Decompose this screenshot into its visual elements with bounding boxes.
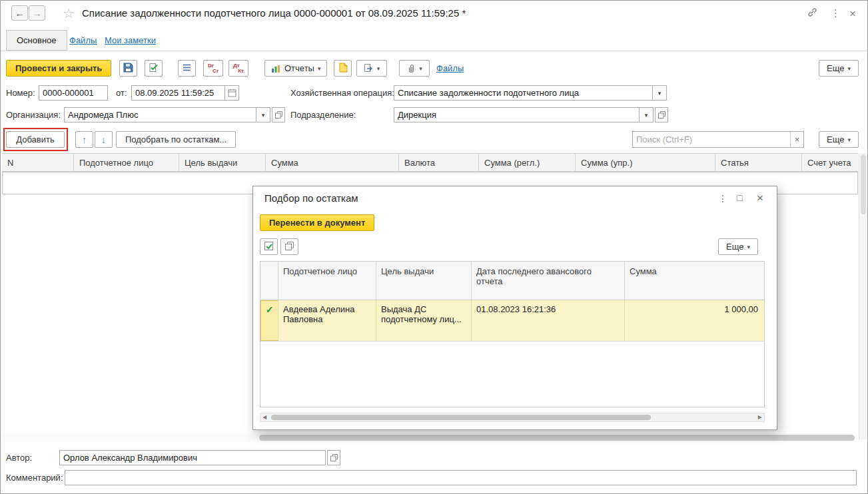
column-header[interactable]: Цель выдачи	[376, 262, 472, 300]
column-header[interactable]: Счет учета	[802, 154, 858, 171]
dialog-close-icon[interactable]: ×	[757, 192, 763, 205]
chevron-down-icon: ▾	[847, 136, 851, 143]
department-open-button[interactable]	[655, 107, 668, 123]
column-header[interactable]: Сумма (регл.)	[479, 154, 576, 171]
titlebar: ← → ☆ Списание задолженности подотчетног…	[1, 1, 867, 27]
attachments-button[interactable]: ▾	[399, 60, 430, 77]
author-input[interactable]	[59, 450, 326, 465]
cell-person[interactable]: Авдеева Аделина Павловна	[278, 300, 376, 341]
document-window: ← → ☆ Списание задолженности подотчетног…	[0, 0, 868, 494]
cell-purpose[interactable]: Выдача ДС подотчетному лиц...	[376, 300, 472, 341]
column-header[interactable]: Цель выдачи	[179, 154, 266, 171]
print-button[interactable]	[334, 60, 352, 77]
get-link-icon[interactable]	[807, 7, 818, 20]
organization-select[interactable]: Андромеда Плюс ▾	[64, 107, 270, 123]
column-header[interactable]: Валюта	[399, 154, 479, 171]
search-field[interactable]: ×	[632, 131, 804, 148]
items-table-header: N Подотчетное лицо Цель выдачи Сумма Вал…	[2, 153, 858, 172]
chevron-down-icon: ▾	[318, 65, 321, 72]
date-label: от:	[116, 88, 127, 98]
row-checkbox[interactable]: ✓	[260, 300, 278, 341]
tab-notes-link[interactable]: Мои заметки	[105, 35, 156, 45]
tab-files-link[interactable]: Файлы	[69, 35, 97, 45]
post-document-button[interactable]	[145, 60, 163, 77]
dialog-more-icon[interactable]: ⋮	[718, 193, 727, 204]
balances-table: Подотчетное лицо Цель выдачи Дата послед…	[260, 261, 765, 407]
table-more-button[interactable]: Еще ▾	[819, 131, 859, 148]
horizontal-scrollbar[interactable]	[2, 433, 858, 442]
author-open-button[interactable]	[327, 450, 340, 465]
pick-by-balance-dialog: Подбор по остаткам ⋮ □ × Перенести в док…	[252, 186, 777, 430]
dialog-more-button[interactable]: Еще ▾	[718, 238, 758, 255]
transfer-to-document-button[interactable]: Перенести в документ	[260, 214, 374, 231]
column-header[interactable]: Подотчетное лицо	[278, 262, 376, 300]
horizontal-scrollbar-thumb[interactable]	[259, 435, 855, 441]
operation-select[interactable]: Списание задолженности подотчетного лица…	[394, 85, 667, 101]
chevron-down-icon: ▾	[847, 65, 851, 72]
balances-table-header: Подотчетное лицо Цель выдачи Дата послед…	[260, 262, 764, 300]
number-label: Номер:	[6, 88, 35, 98]
scroll-left-icon[interactable]: ◀	[262, 414, 266, 420]
create-based-on-button[interactable]: ▾	[356, 60, 387, 77]
post-document-icon	[149, 63, 159, 75]
yellow-document-icon	[338, 63, 348, 75]
dt-kt-entries-button[interactable]: ДтКт	[228, 60, 248, 77]
balance-row[interactable]: ✓ Авдеева Аделина Павловна Выдача ДС под…	[260, 300, 764, 342]
reports-button[interactable]: Отчеты ▾	[264, 60, 327, 77]
chevron-down-icon[interactable]: ▾	[639, 108, 653, 122]
paperclip-icon	[406, 63, 416, 73]
check-all-icon	[264, 241, 274, 253]
floppy-icon	[123, 63, 133, 75]
column-header[interactable]: Сумма (упр.)	[576, 154, 715, 171]
operation-label: Хозяйственная операция:	[290, 88, 394, 98]
document-register-records-button[interactable]	[178, 60, 196, 77]
column-header[interactable]: N	[2, 154, 74, 171]
clear-search-icon[interactable]: ×	[790, 132, 803, 147]
move-down-button[interactable]: ↓	[95, 131, 113, 148]
tab-main[interactable]: Основное	[6, 30, 67, 51]
files-link[interactable]: Файлы	[436, 63, 464, 73]
window-close-icon[interactable]: ×	[849, 7, 856, 21]
column-header[interactable]: Дата последнего авансового отчета	[472, 262, 625, 300]
list-icon	[182, 63, 192, 75]
vertical-scrollbar[interactable]	[859, 153, 867, 439]
number-input[interactable]	[39, 85, 108, 101]
dialog-scrollbar-thumb[interactable]	[271, 415, 651, 420]
chevron-down-icon[interactable]: ▾	[256, 108, 270, 122]
department-select[interactable]: Дирекция ▾	[394, 107, 653, 123]
author-label: Автор:	[6, 453, 32, 463]
dialog-maximize-icon[interactable]: □	[737, 192, 742, 203]
chevron-down-icon[interactable]: ▾	[652, 86, 666, 100]
vertical-scrollbar-thumb[interactable]	[861, 154, 866, 214]
column-header[interactable]: Сумма	[266, 154, 399, 171]
calendar-icon[interactable]	[224, 86, 238, 100]
pick-by-balance-button[interactable]: Подобрать по остаткам...	[116, 131, 236, 148]
add-row-button[interactable]: Добавить	[6, 131, 65, 148]
dialog-horizontal-scrollbar[interactable]: ◀ ▶	[260, 413, 765, 422]
unselect-all-button[interactable]	[280, 238, 298, 255]
save-button[interactable]	[119, 60, 137, 77]
comment-input[interactable]	[65, 470, 857, 485]
date-field[interactable]: 08.09.2025 11:59:25	[131, 85, 239, 101]
dt-kt-icon: ДтКт	[233, 63, 244, 74]
move-up-button[interactable]: ↑	[75, 131, 93, 148]
window-more-icon[interactable]: ⋮	[831, 7, 841, 19]
back-button[interactable]: ←	[11, 5, 28, 21]
search-input[interactable]	[633, 132, 790, 147]
forward-button[interactable]: →	[29, 5, 45, 21]
post-and-close-button[interactable]: Провести и закрыть	[6, 60, 111, 77]
favorite-star-icon[interactable]: ☆	[63, 5, 75, 21]
organization-open-button[interactable]	[272, 107, 285, 123]
cell-last-report-date[interactable]: 01.08.2023 16:21:36	[472, 300, 625, 341]
organization-label: Организация:	[6, 110, 61, 120]
scroll-right-icon[interactable]: ▶	[758, 414, 762, 420]
checkbox-column-header[interactable]	[260, 262, 278, 300]
toolbar-more-button[interactable]: Еще ▾	[819, 60, 859, 77]
cell-amount[interactable]: 1 000,00	[625, 300, 764, 341]
dr-cr-icon: DrCr	[208, 63, 218, 74]
dr-cr-entries-button[interactable]: DrCr	[203, 60, 223, 77]
column-header[interactable]: Подотчетное лицо	[74, 154, 179, 171]
select-all-button[interactable]	[260, 238, 278, 255]
column-header[interactable]: Статья	[715, 154, 802, 171]
column-header[interactable]: Сумма	[625, 262, 764, 300]
